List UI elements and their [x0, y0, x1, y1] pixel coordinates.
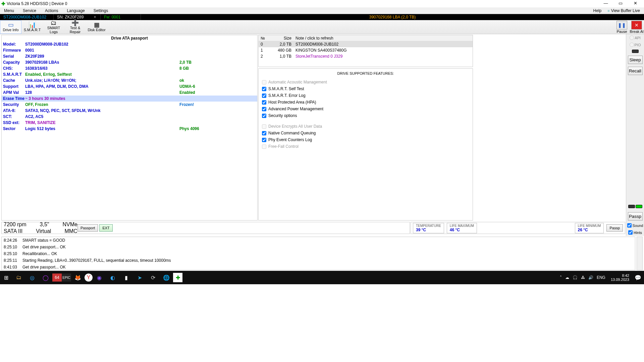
infobar-fw: Fw: 0001: [101, 14, 141, 20]
opera-icon[interactable]: ◯: [39, 272, 52, 283]
view-buffer-live[interactable]: View Buffer Live: [607, 8, 643, 13]
drive-list[interactable]: № Size Note / click to refresh 02,0 TBST…: [258, 35, 473, 67]
log-row: 8:25:11Starting Reading, LBA=0..39070291…: [2, 257, 635, 264]
title-bar: ✚ Victoria 5.28 HDD/SSD | Device 0 — ▭ ✕: [0, 0, 644, 7]
firefox-icon[interactable]: 🦊: [71, 272, 85, 283]
col-size[interactable]: Size: [271, 36, 293, 41]
hints-checkbox[interactable]: Hints: [628, 230, 642, 235]
passport-row: Capacity3907029168 LBAs2,0 TB: [2, 59, 257, 65]
drive-tag: SATA III: [4, 228, 22, 234]
feature-checkbox[interactable]: Native Command Queuing: [262, 130, 469, 136]
drive-list-row[interactable]: 1480 GBKINGSTON SA400S37480G: [259, 47, 473, 53]
feature-checkbox[interactable]: Security options: [262, 112, 469, 119]
drive-info-icon: ▭: [8, 22, 14, 27]
toolbar: ▭Drive Info 📊S.M.A.R.T 🗂SMART Logs ➕Test…: [0, 20, 644, 34]
api-radio[interactable]: API: [630, 36, 641, 40]
passport-row: APM Val128Enabled: [2, 89, 257, 96]
feature-checkbox[interactable]: Advanced Power Management: [262, 106, 469, 112]
window-title: Victoria 5.28 HDD/SSD | Device 0: [7, 1, 67, 6]
tab-smart-logs[interactable]: 🗂SMART Logs: [43, 20, 64, 34]
ext-btn[interactable]: EXT: [99, 224, 112, 232]
menu-menu[interactable]: Menu: [1, 8, 20, 14]
menu-bar: Menu Service Actions Language Settings H…: [0, 7, 644, 14]
pio-radio[interactable]: PIO: [630, 43, 641, 47]
feature-checkbox: Automatic Acoustic Management: [262, 79, 469, 85]
infobar-model[interactable]: ST2000DM008-2UB102: [0, 14, 54, 20]
passport-row: CacheUnk.size; L/A=ON; Wr=ON;ok: [2, 77, 257, 83]
log-scrollbar[interactable]: [637, 237, 643, 270]
passport-row: SSD ext:TRIM, SANITIZE: [2, 120, 257, 126]
passport-row: SectorLogic 512 bytesPhys 4096: [2, 126, 257, 132]
passport-row: SCT:AC2, AC5: [2, 114, 257, 120]
temp-max: LIFE MAXIMUM46 °C: [447, 223, 477, 233]
app-icon-5[interactable]: ◐: [106, 272, 119, 283]
break-button[interactable]: ✕: [631, 21, 642, 29]
disk-editor-icon: ▦: [94, 22, 100, 27]
close-button[interactable]: ✕: [628, 0, 643, 7]
yandex-icon[interactable]: Y: [85, 274, 93, 282]
telegram-icon[interactable]: ➤: [133, 272, 146, 283]
system-tray[interactable]: ˄ ☁ 🎧 🖧 🔊 ENG: [557, 275, 608, 280]
recall-button[interactable]: Recall: [628, 67, 643, 75]
menu-language[interactable]: Language: [64, 8, 91, 14]
feature-checkbox[interactable]: S.M.A.R.T. Self Test: [262, 85, 469, 92]
sound-checkbox[interactable]: Sound: [627, 223, 643, 228]
passp-side-button[interactable]: Passp: [628, 212, 643, 221]
app-icon: ✚: [1, 1, 5, 6]
app-icon-1[interactable]: ◎: [25, 272, 39, 283]
temp-current: TEMPERATURE39 °C: [413, 223, 444, 233]
pause-button[interactable]: ❚❚: [616, 21, 627, 29]
menu-actions[interactable]: Actions: [42, 8, 64, 14]
sleep-button[interactable]: Sleep: [628, 56, 643, 64]
passport-btn[interactable]: Passport: [77, 224, 98, 232]
tab-drive-info[interactable]: ▭Drive Info: [0, 20, 21, 34]
tor-icon[interactable]: ◉: [93, 272, 106, 283]
tab-smart[interactable]: 📊S.M.A.R.T: [21, 20, 43, 34]
col-note[interactable]: Note / click to refresh: [293, 36, 473, 41]
start-button[interactable]: ⊞: [0, 272, 12, 283]
drive-tag: NVMe: [63, 222, 77, 228]
epic-icon[interactable]: EPIC: [62, 274, 71, 282]
passport-row: Firmware0001: [2, 47, 257, 53]
tray-onedrive-icon[interactable]: ☁: [565, 275, 569, 280]
menu-settings[interactable]: Settings: [91, 8, 114, 14]
maximize-button[interactable]: ▭: [613, 0, 628, 7]
drive-list-row[interactable]: 02,0 TBST2000DM008-2UB102: [259, 41, 473, 47]
windows-taskbar[interactable]: ⊞ 🗂 ◎ ◯ 64 EPIC 🦊 Y ◉ ◐ ▮ ➤ ⟳ 🌐 ✚ ˄ ☁ 🎧 …: [0, 271, 644, 284]
main-area: Drive ATA passport Model:ST2000DM008-2UB…: [0, 34, 644, 236]
feature-checkbox: Device Encrypts All User Data: [262, 123, 469, 130]
drive-tag: MMC: [64, 228, 77, 234]
tray-volume-icon[interactable]: 🔊: [588, 275, 593, 280]
app-icon-6[interactable]: ▮: [119, 272, 133, 283]
feature-checkbox[interactable]: Host Protected Area (HPA): [262, 99, 469, 106]
passport-row: SupportLBA, HPA, APM, DLM, DCO, DMAUDMA-…: [2, 83, 257, 89]
tab-test-repair[interactable]: ➕Test & Repair: [64, 20, 86, 34]
feature-checkbox[interactable]: S.M.A.R.T. Error Log: [262, 92, 469, 99]
log-row: 8:25:10Recallibration... OK: [2, 250, 635, 257]
menu-help[interactable]: Help: [591, 8, 608, 14]
chrome-icon[interactable]: 🌐: [160, 272, 173, 283]
explorer-icon[interactable]: 🗂: [12, 272, 25, 283]
aida-icon[interactable]: 64: [52, 274, 62, 282]
tab-disk-editor[interactable]: ▦Disk Editor: [86, 20, 107, 34]
menu-service[interactable]: Service: [20, 8, 42, 14]
led-1: [628, 205, 635, 208]
tab-close-icon[interactable]: ×: [84, 15, 96, 19]
victoria-icon[interactable]: ✚: [173, 273, 182, 282]
log-row: 8:25:10Get drive passport... OK: [2, 244, 635, 250]
smart-logs-icon: 🗂: [51, 20, 57, 25]
tray-lang[interactable]: ENG: [597, 275, 605, 280]
tray-chevron-icon[interactable]: ˄: [560, 275, 562, 280]
tray-headset-icon[interactable]: 🎧: [573, 275, 578, 280]
passp-btn[interactable]: Passp: [606, 224, 623, 232]
log-panel[interactable]: 8:24:26SMART status = GOOD8:25:10Get dri…: [1, 237, 635, 270]
drive-list-row[interactable]: 21,0 TBStoreJetTranscend 0 J329: [259, 53, 473, 59]
steam-icon[interactable]: ⟳: [146, 272, 160, 283]
passport-title: Drive ATA passport: [2, 35, 257, 41]
feature-checkbox[interactable]: Phy Event Counters Log: [262, 136, 469, 143]
notifications-icon[interactable]: 💬: [632, 272, 644, 283]
minimize-button[interactable]: —: [598, 0, 613, 7]
taskbar-clock[interactable]: 8:4213.09.2023: [608, 274, 632, 282]
tray-network-icon[interactable]: 🖧: [581, 275, 585, 280]
col-num[interactable]: №: [259, 36, 271, 41]
